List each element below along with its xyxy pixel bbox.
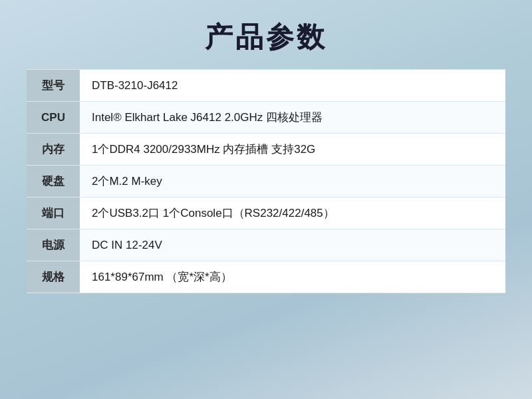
value-memory: 1个DDR4 3200/2933MHz 内存插槽 支持32G [80, 134, 505, 166]
label-power: 电源 [27, 229, 80, 261]
value-size: 161*89*67mm （宽*深*高） [80, 261, 505, 293]
specs-table: 型号DTB-3210-J6412CPUIntel® Elkhart Lake J… [27, 69, 505, 293]
label-ports: 端口 [27, 198, 80, 229]
label-storage: 硬盘 [27, 166, 80, 198]
value-storage: 2个M.2 M-key [80, 166, 505, 198]
table-row: 内存1个DDR4 3200/2933MHz 内存插槽 支持32G [27, 134, 505, 166]
table-row: 规格161*89*67mm （宽*深*高） [27, 261, 505, 293]
table-row: 硬盘2个M.2 M-key [27, 166, 505, 198]
value-model: DTB-3210-J6412 [80, 70, 505, 102]
label-size: 规格 [27, 261, 80, 293]
table-row: CPUIntel® Elkhart Lake J6412 2.0GHz 四核处理… [27, 102, 505, 134]
table-row: 型号DTB-3210-J6412 [27, 70, 505, 102]
label-memory: 内存 [27, 134, 80, 166]
table-row: 电源DC IN 12-24V [27, 229, 505, 261]
table-row: 端口2个USB3.2口 1个Console口（RS232/422/485） [27, 198, 505, 229]
value-cpu: Intel® Elkhart Lake J6412 2.0GHz 四核处理器 [80, 102, 505, 134]
value-power: DC IN 12-24V [80, 229, 505, 261]
label-cpu: CPU [27, 102, 80, 134]
page-title: 产品参数 [205, 19, 327, 56]
value-ports: 2个USB3.2口 1个Console口（RS232/422/485） [80, 198, 505, 229]
label-model: 型号 [27, 70, 80, 102]
